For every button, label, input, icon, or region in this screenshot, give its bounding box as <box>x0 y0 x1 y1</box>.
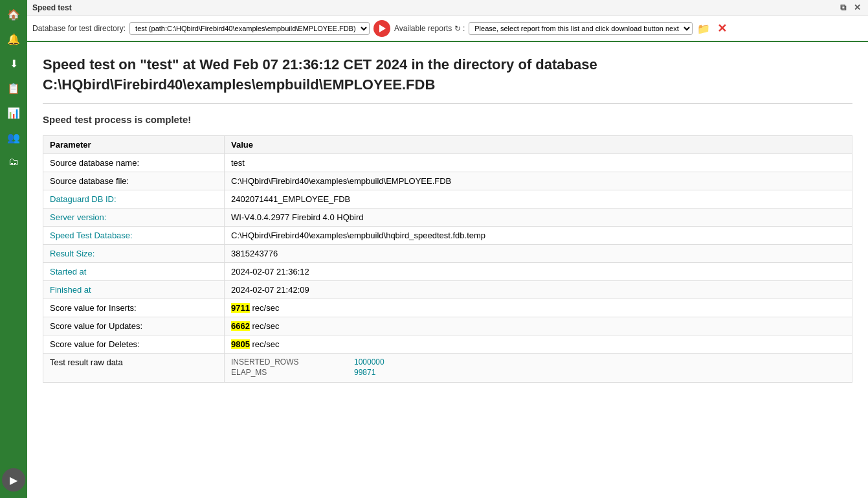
nav-arrow-icon: ▶ <box>10 474 17 486</box>
run-button[interactable] <box>373 20 390 37</box>
param-cell: Dataguard DB ID: <box>43 190 225 208</box>
close-reports-button[interactable]: ✕ <box>715 21 729 36</box>
window-title-bar: Speed test ⧉ ✕ <box>27 0 868 16</box>
bell-icon: 🔔 <box>7 33 20 45</box>
table-row: Result Size:3815243776 <box>43 244 852 262</box>
table-row: Dataguard DB ID:2402071441_EMPLOYEE_FDB <box>43 190 852 208</box>
sidebar: 🏠 🔔 ⬇ 📋 📊 👥 🗂 ▶ <box>0 0 27 498</box>
raw-val: 1000000 <box>354 357 384 367</box>
sidebar-item-alerts[interactable]: 🔔 <box>2 27 25 51</box>
value-cell: 3815243776 <box>225 244 852 262</box>
value-cell: test <box>225 153 852 172</box>
table-row: Test result raw dataINSERTED_ROWS1000000… <box>43 353 852 382</box>
value-cell: C:\HQbird\Firebird40\examples\empbuild\h… <box>225 226 852 244</box>
divider <box>43 103 852 104</box>
reports-icon: 📋 <box>7 82 20 95</box>
value-cell: 2402071441_EMPLOYEE_FDB <box>225 190 852 208</box>
complete-message: Speed test process is complete! <box>43 114 852 125</box>
window-close-button[interactable]: ✕ <box>852 3 863 13</box>
results-table: Parameter Value Source database name:tes… <box>43 135 852 383</box>
param-cell: Source database name: <box>43 153 225 172</box>
sidebar-item-home[interactable]: 🏠 <box>2 3 25 26</box>
restore-button[interactable]: ⧉ <box>838 3 848 13</box>
param-cell: Server version: <box>43 208 225 226</box>
table-row: Finished at2024-02-07 21:42:09 <box>43 280 852 299</box>
reports-select[interactable]: Please, select report from this list and… <box>469 22 693 35</box>
users-icon: 👥 <box>7 131 20 144</box>
value-cell: WI-V4.0.4.2977 Firebird 4.0 HQbird <box>225 208 852 226</box>
raw-key: ELAP_MS <box>231 368 315 377</box>
col-header-param: Parameter <box>43 135 225 153</box>
value-cell: 2024-02-07 21:36:12 <box>225 262 852 280</box>
table-row: Started at2024-02-07 21:36:12 <box>43 262 852 280</box>
value-cell: INSERTED_ROWS1000000ELAP_MS99871 <box>225 353 852 382</box>
table-row: Score value for Inserts:9711 rec/sec <box>43 299 852 317</box>
sidebar-item-files[interactable]: 🗂 <box>2 150 25 174</box>
highlight-value: 9805 <box>231 339 250 349</box>
sidebar-item-users[interactable]: 👥 <box>2 126 25 149</box>
value-cell: 6662 rec/sec <box>225 317 852 335</box>
param-cell: Result Size: <box>43 244 225 262</box>
value-cell: C:\HQbird\Firebird40\examples\empbuild\E… <box>225 172 852 190</box>
raw-key: INSERTED_ROWS <box>231 357 315 367</box>
value-cell: 9805 rec/sec <box>225 335 852 353</box>
folder-icon: 📁 <box>697 23 710 35</box>
window-title: Speed test <box>32 3 838 12</box>
table-row: Source database file:C:\HQbird\Firebird4… <box>43 172 852 190</box>
window-controls: ⧉ ✕ <box>838 3 863 13</box>
db-label: Database for test directory: <box>32 24 126 33</box>
value-cell: 2024-02-07 21:42:09 <box>225 280 852 299</box>
highlight-value: 9711 <box>231 303 250 313</box>
highlight-value: 6662 <box>231 321 250 331</box>
sidebar-item-download[interactable]: ⬇ <box>2 52 25 75</box>
close-icon: ✕ <box>717 21 727 36</box>
param-cell: Score value for Inserts: <box>43 299 225 317</box>
param-cell: Finished at <box>43 280 225 299</box>
toolbar: Database for test directory: test (path:… <box>27 16 868 42</box>
download-icon: ⬇ <box>10 58 18 70</box>
files-icon: 🗂 <box>8 156 19 168</box>
sidebar-item-charts[interactable]: 📊 <box>2 101 25 124</box>
reports-label: Available reports ↻ : <box>394 24 465 33</box>
param-cell: Score value for Deletes: <box>43 335 225 353</box>
table-row: Source database name:test <box>43 153 852 172</box>
page-title: Speed test on "test" at Wed Feb 07 21:36… <box>43 55 852 95</box>
table-row: Speed Test Database:C:\HQbird\Firebird40… <box>43 226 852 244</box>
value-cell: 9711 rec/sec <box>225 299 852 317</box>
param-cell: Score value for Updates: <box>43 317 225 335</box>
download-report-button[interactable]: 📁 <box>696 21 711 36</box>
db-select[interactable]: test (path:C:\HQbird\Firebird40\examples… <box>129 22 370 35</box>
raw-val: 99871 <box>354 368 375 377</box>
param-cell: Speed Test Database: <box>43 226 225 244</box>
col-header-value: Value <box>225 135 852 153</box>
param-cell: Test result raw data <box>43 353 225 382</box>
table-row: Server version:WI-V4.0.4.2977 Firebird 4… <box>43 208 852 226</box>
table-row: Score value for Updates:6662 rec/sec <box>43 317 852 335</box>
table-row: Score value for Deletes:9805 rec/sec <box>43 335 852 353</box>
param-cell: Started at <box>43 262 225 280</box>
charts-icon: 📊 <box>7 107 20 119</box>
sidebar-item-nav[interactable]: ▶ <box>2 468 25 492</box>
content-area: Speed test on "test" at Wed Feb 07 21:36… <box>27 42 868 498</box>
main-area: Speed test ⧉ ✕ Database for test directo… <box>27 0 868 498</box>
param-cell: Source database file: <box>43 172 225 190</box>
home-icon: 🏠 <box>7 8 20 21</box>
sidebar-item-reports[interactable]: 📋 <box>2 76 25 100</box>
